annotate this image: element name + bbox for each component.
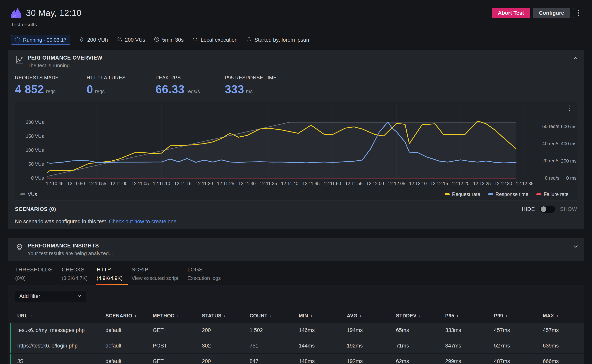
table-row[interactable]: JSdefaultGET200847148ms192ms62ms299ms487… [10,354,584,364]
performance-insights-panel: PERFORMANCE INSIGHTS Your test results a… [8,238,584,261]
tab-http[interactable]: HTTP(4.9K/4.9K) [97,267,123,285]
table-cell: 148ms [299,358,347,364]
legend-item-request-rate[interactable]: Request rate [444,191,480,197]
performance-chart[interactable]: 0 VUs50 VUs100 VUs150 VUs200 VUs12:10:45… [15,101,577,200]
legend-label: VUs [28,191,37,197]
column-header-avg[interactable]: AVG [347,313,396,319]
svg-text:12:12:20: 12:12:20 [452,181,469,186]
svg-text:12:10:45: 12:10:45 [46,181,64,186]
header-menu-button[interactable] [573,8,583,18]
column-header-count[interactable]: COUNT [249,313,299,319]
svg-text:100 VUs: 100 VUs [26,147,44,153]
scenarios-title: SCENARIOS (0) [15,206,56,212]
table-cell: 347ms [445,343,494,349]
table-cell: 1 502 [249,327,299,333]
column-header-label: P99 [494,313,503,318]
svg-text:12:12:00: 12:12:00 [366,181,384,186]
table-cell: 299ms [445,358,494,364]
metric-value: 0 [87,83,93,96]
svg-text:12:12:30: 12:12:30 [495,181,512,186]
table-row-grid: https://test.k6.io/login.phpdefaultPOST3… [11,338,584,353]
svg-text:12:11:00: 12:11:00 [110,181,128,186]
k6-logo-icon: k6 [11,7,21,19]
legend-item-vus[interactable]: VUs [20,191,37,197]
svg-text:0 VUs: 0 VUs [31,175,44,181]
column-header-status[interactable]: STATUS [202,313,249,319]
tab-logs[interactable]: LOGSExecution logs [188,267,221,285]
svg-text:200 ms: 200 ms [561,158,576,163]
table-row-grid: JSdefaultGET200847148ms192ms62ms299ms487… [11,354,584,364]
performance-overview-panel: PERFORMANCE OVERVIEW The test is running… [8,50,584,229]
abort-test-button[interactable]: Abort Test [492,8,530,18]
table-cell: default [106,327,153,333]
table-cell: 847 [249,358,299,364]
overview-title: PERFORMANCE OVERVIEW [27,55,102,61]
tab-label: THRESHOLDS [15,267,53,273]
column-header-label: STATUS [202,313,222,318]
table-cell: 527ms [494,343,543,349]
chart-menu-button[interactable] [566,104,573,112]
tab-thresholds[interactable]: THRESHOLDS(0/0) [15,267,53,285]
page-header: k6 30 May, 12:10 Abort Test Configure Te… [0,0,592,28]
svg-text:12:12:35: 12:12:35 [516,181,534,186]
table-cell: 751 [249,343,299,349]
user-icon [246,36,252,44]
create-scenario-link[interactable]: Check out how to create one [109,219,176,224]
table-row[interactable]: https://test.k6.io/login.phpdefaultPOST3… [10,338,584,353]
metric-label: HTTP FAILURES [87,75,153,81]
svg-text:12:12:05: 12:12:05 [388,181,405,186]
table-row[interactable]: test.k6.io/my_messages.phpdefaultGET2001… [10,323,584,338]
column-header-url[interactable]: URL [17,313,106,319]
status-item-clock: 5min 30s [154,36,184,44]
metric-unit: reqs [95,89,105,94]
tab-sublabel: (4.9K/4.9K) [97,275,123,281]
legend-label: Request rate [452,191,480,197]
column-header-stddev[interactable]: STDDEV [396,313,445,319]
line-chart-icon [15,55,24,64]
tab-checks[interactable]: CHECKS(3.2K/4.7K) [62,267,88,285]
column-header-p95[interactable]: P95 [445,313,494,319]
svg-text:12:11:25: 12:11:25 [217,181,234,186]
status-item-code: Local execution [192,36,238,44]
table-cell: 639ms [543,343,584,349]
spinner-icon [15,37,20,43]
svg-text:20 req/s: 20 req/s [542,158,559,163]
svg-text:12:11:15: 12:11:15 [174,181,191,186]
add-filter-select[interactable]: Add filter [15,290,86,302]
column-header-min[interactable]: MIN [299,313,347,319]
status-item-users: 200 VUs [116,36,145,44]
table-cell: default [106,343,153,349]
column-header-label: MAX [543,313,554,318]
table-cell: POST [153,343,202,349]
http-section-panel: Add filter URLSCENARIOMETHODSTATUSCOUNTM… [8,285,584,364]
column-header-label: P95 [445,313,454,318]
configure-button[interactable]: Configure [533,8,570,18]
url-cell: https://test.k6.io/login.php [17,343,106,349]
tab-label: SCRIPT [132,267,179,273]
table-cell: GET [153,358,202,364]
svg-text:200 VUs: 200 VUs [26,119,44,125]
column-header-scenario[interactable]: SCENARIO [106,313,153,319]
tab-script[interactable]: SCRIPTView executed script [132,267,179,285]
k6-test-results-page: k6 30 May, 12:10 Abort Test Configure Te… [0,0,592,364]
legend-item-response-time[interactable]: Response time [488,191,528,197]
table-cell: default [106,358,153,364]
table-cell: 302 [202,343,249,349]
column-header-label: METHOD [153,313,175,318]
column-header-method[interactable]: METHOD [153,313,202,319]
http-results-table: URLSCENARIOMETHODSTATUSCOUNTMINAVGSTDDEV… [8,310,584,364]
collapse-overview-button[interactable] [572,55,579,62]
legend-item-failure-rate[interactable]: Failure rate [536,191,569,197]
expand-insights-button[interactable] [572,243,579,250]
metric-unit: reqs/s [187,89,200,94]
legend-swatch [20,193,25,195]
svg-text:60 req/s: 60 req/s [542,124,559,129]
hide-show-toggle[interactable] [540,206,555,213]
column-header-max[interactable]: MAX [543,313,584,319]
show-label: SHOW [560,206,577,212]
table-cell: 200 [202,327,249,333]
column-header-p99[interactable]: P99 [494,313,543,319]
legend-label: Response time [496,191,528,197]
table-cell: 65ms [396,327,445,333]
metric-value-row: 0reqs [87,83,153,96]
